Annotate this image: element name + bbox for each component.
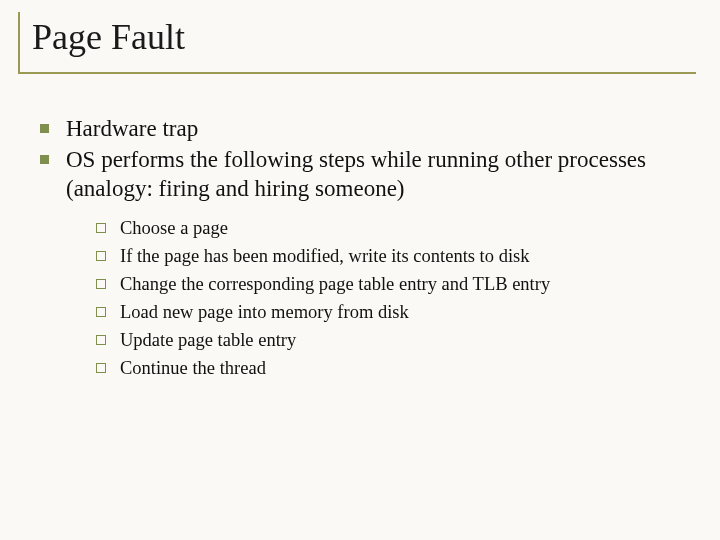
list-item: Load new page into memory from disk xyxy=(94,300,686,325)
list-item: Choose a page xyxy=(94,216,686,241)
page-title: Page Fault xyxy=(32,18,696,58)
list-item: OS performs the following steps while ru… xyxy=(38,145,686,381)
list-item-text: Load new page into memory from disk xyxy=(120,302,409,322)
list-item-text: Hardware trap xyxy=(66,116,198,141)
slide: Page Fault Hardware trap OS performs the… xyxy=(0,0,720,540)
slide-body: Hardware trap OS performs the following … xyxy=(18,114,696,381)
list-item: Change the corresponding page table entr… xyxy=(94,272,686,297)
list-item-text: Choose a page xyxy=(120,218,228,238)
list-item-text: Update page table entry xyxy=(120,330,296,350)
list-item: If the page has been modified, write its… xyxy=(94,244,686,269)
bullet-list-level1: Hardware trap OS performs the following … xyxy=(38,114,686,381)
list-item-text: OS performs the following steps while ru… xyxy=(66,147,646,201)
list-item: Hardware trap xyxy=(38,114,686,143)
list-item: Update page table entry xyxy=(94,328,686,353)
title-container: Page Fault xyxy=(18,12,696,74)
list-item-text: Change the corresponding page table entr… xyxy=(120,274,550,294)
list-item-text: If the page has been modified, write its… xyxy=(120,246,529,266)
list-item-text: Continue the thread xyxy=(120,358,266,378)
bullet-list-level2: Choose a page If the page has been modif… xyxy=(66,216,686,381)
list-item: Continue the thread xyxy=(94,356,686,381)
